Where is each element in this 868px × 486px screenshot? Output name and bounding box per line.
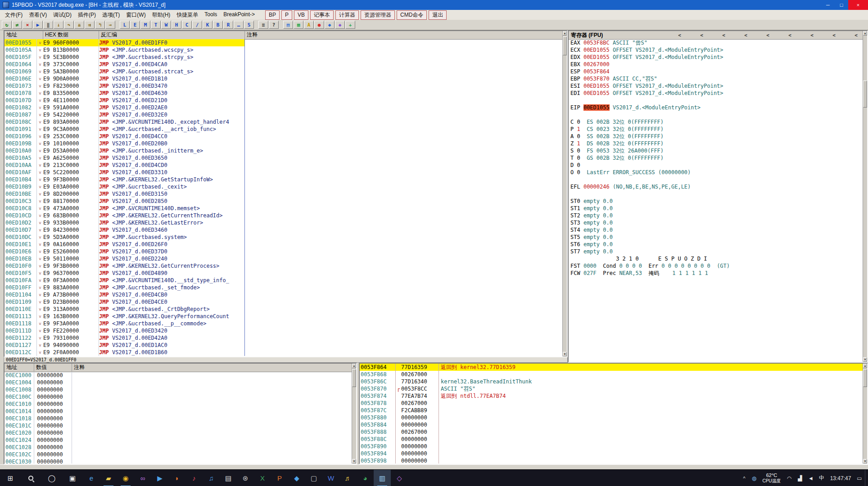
stack-row[interactable]: 0053F87477EA7B74返回到 ntdll.77EA7B74: [360, 392, 863, 400]
plugin-icon-5[interactable]: ◆: [325, 21, 335, 29]
dock-chevron-icon[interactable]: <: [757, 32, 779, 38]
disasm-row[interactable]: 00ED10AFvE9 5C220000JMP VS2017_d.00ED331…: [5, 169, 562, 176]
dump-row[interactable]: 00EC101400000000: [5, 408, 352, 415]
register-line[interactable]: C 0 ES 002B 32位 0(FFFFFFFF): [569, 118, 863, 126]
column-header-disasm[interactable]: 反汇编: [99, 31, 245, 39]
register-line[interactable]: EDI 00ED1055 OFFSET VS2017_d.<ModuleEntr…: [569, 90, 863, 97]
windows-button[interactable]: W: [161, 21, 171, 29]
scroll-up-icon[interactable]: ▲: [563, 31, 567, 36]
register-line[interactable]: [569, 176, 863, 183]
calculator-button[interactable]: 计算器: [335, 10, 359, 20]
exit-button[interactable]: 退出: [429, 10, 447, 20]
disasm-row[interactable]: 00ED1096vE9 253C0000JMP VS2017_d.00ED4CC…: [5, 133, 562, 140]
scroll-down-icon[interactable]: ▼: [352, 459, 356, 464]
column-header-hex[interactable]: HEX 数据: [43, 31, 99, 39]
disasm-row[interactable]: 00ED10B9vE9 E03A0000JMP <JMP.&ucrtbased.…: [5, 183, 562, 190]
scrollbar-thumb[interactable]: [563, 36, 567, 55]
memory-button[interactable]: M: [140, 21, 150, 29]
minimize-button[interactable]: ─: [821, 0, 835, 10]
disasm-row[interactable]: 00ED10C8vE9 473A0000JMP <JMP.&VCRUNTIME1…: [5, 205, 562, 212]
dock-chevron-icon[interactable]: <: [823, 32, 845, 38]
menu-item[interactable]: 插件(P): [75, 10, 99, 20]
disasm-row[interactable]: 00ED106EvE9 9D0A0000JMP VS2017_d.00ED1B1…: [5, 75, 562, 82]
disasm-row[interactable]: 00ED10C3vE9 88170000JMP VS2017_d.00ED285…: [5, 198, 562, 205]
stack-row[interactable]: 0053F88C00000000: [360, 436, 863, 443]
disasm-row[interactable]: 00ED10A5vE9 A6250000JMP VS2017_d.00ED365…: [5, 154, 562, 162]
register-line[interactable]: A 0 SS 002B 32位 0(FFFFFFFF): [569, 133, 863, 140]
register-line[interactable]: ST5 empty 0.0: [569, 234, 863, 241]
dump-row[interactable]: 00EC102400000000: [5, 436, 352, 444]
plugin-icon-4[interactable]: ●: [314, 21, 324, 29]
animate-over-icon[interactable]: ⇉: [85, 21, 95, 29]
disasm-row[interactable]: 00ED10DCvE9 5D3A0000JMP <JMP.&ucrtbased.…: [5, 234, 562, 241]
disasm-row[interactable]: 00ED10FAvE9 0F3A0000JMP <JMP.&VCRUNTIME1…: [5, 277, 562, 284]
restart-icon[interactable]: ↻: [2, 21, 12, 29]
scroll-up-icon[interactable]: ▲: [863, 31, 867, 36]
register-line[interactable]: D 0: [569, 162, 863, 169]
run-icon[interactable]: ▶: [33, 21, 43, 29]
stack-row[interactable]: 0053F88400000000: [360, 421, 863, 428]
disasm-row[interactable]: 00ED1122vE9 79310000JMP VS2017_d.00ED42A…: [5, 334, 562, 342]
attach-icon[interactable]: ⇄: [12, 21, 22, 29]
volume-icon[interactable]: ◄: [805, 475, 816, 482]
register-line[interactable]: ST0 empty 0.0: [569, 198, 863, 205]
stack-row[interactable]: 0053F87800267000: [360, 400, 863, 407]
disasm-row[interactable]: 00ED1109vE9 D23B0000JMP VS2017_d.00ED4CE…: [5, 298, 562, 306]
taskbar-cortana-button[interactable]: ◯: [41, 470, 62, 486]
threads-button[interactable]: T: [151, 21, 161, 29]
p-button[interactable]: P: [281, 10, 292, 20]
taskbar-notepad-button[interactable]: ▤: [220, 470, 237, 486]
disasm-row[interactable]: 00ED112CvE9 2F0A0000JMP VS2017_d.00ED1B6…: [5, 349, 562, 356]
close-icon[interactable]: ×: [23, 21, 32, 29]
plugin-icon-2[interactable]: ▦: [294, 21, 303, 29]
references-button[interactable]: R: [223, 21, 233, 29]
column-header-comment[interactable]: 注释: [72, 364, 356, 372]
action-center-icon[interactable]: ▭: [854, 475, 865, 482]
register-line[interactable]: ST6 empty 0.0: [569, 241, 863, 248]
taskbar-app-19-button[interactable]: ◇: [391, 470, 408, 486]
ime-icon[interactable]: 中: [816, 474, 827, 482]
register-line[interactable]: EBP 0053F870 ASCII CC,"苕S": [569, 75, 863, 82]
column-header-address[interactable]: 地址: [5, 31, 43, 39]
disasm-row[interactable]: 00ED1055vE9 960F0000JMP VS2017_d.00ED1FF…: [5, 39, 562, 46]
until-return-icon[interactable]: ↰: [95, 21, 105, 29]
cmd-button[interactable]: CMD命令: [397, 10, 427, 20]
disasm-row[interactable]: 00ED10E1vE9 0A160000JMP VS2017_d.00ED26F…: [5, 241, 562, 248]
register-line[interactable]: ECX 00ED1055 OFFSET VS2017_d.<ModuleEntr…: [569, 46, 863, 54]
executables-button[interactable]: E: [130, 21, 140, 29]
menu-item[interactable]: 查看(V): [26, 10, 50, 20]
disasm-row[interactable]: 00ED1078vE9 B3350000JMP VS2017_d.00ED463…: [5, 90, 562, 97]
register-line[interactable]: [569, 111, 863, 118]
column-header-comment[interactable]: 注释: [245, 31, 567, 39]
stack-row[interactable]: 0053F88800267000: [360, 428, 863, 436]
dump-row[interactable]: 00EC100C00000000: [5, 393, 352, 400]
disasm-row[interactable]: 00ED1104vE9 A73B0000JMP VS2017_d.00ED4CB…: [5, 291, 562, 298]
patches-button[interactable]: /: [192, 21, 202, 29]
register-line[interactable]: FCW 027F Prec NEAR,53 掩码 1 1 1 1 1 1: [569, 270, 863, 277]
options-icon[interactable]: ≡: [258, 21, 268, 29]
stack-row[interactable]: 0053F86800267000: [360, 371, 863, 378]
dump-row[interactable]: 00EC101000000000: [5, 400, 352, 408]
menu-item[interactable]: 快捷菜单: [173, 10, 201, 20]
register-line[interactable]: EIP 00ED1055 VS2017_d.<ModuleEntryPoint>: [569, 104, 863, 111]
disasm-row[interactable]: 00ED10A0vE9 D53A0000JMP <JMP.&ucrtbased.…: [5, 147, 562, 154]
scroll-down-icon[interactable]: ▼: [863, 459, 867, 464]
register-line[interactable]: S 0 FS 0053 32位 26A000(FFF): [569, 147, 863, 154]
taskbar-file-explorer-button[interactable]: ▰: [100, 470, 117, 486]
register-line[interactable]: ST1 empty 0.0: [569, 205, 863, 212]
disasm-row[interactable]: 00ED105FvE9 5E3B0000JMP <JMP.&ucrtbased.…: [5, 54, 562, 61]
dump-row[interactable]: 00EC102800000000: [5, 444, 352, 451]
log-button[interactable]: L: [120, 21, 130, 29]
column-header-value[interactable]: 数值: [34, 364, 72, 372]
call-stack-button[interactable]: K: [203, 21, 212, 29]
disasm-row[interactable]: 00ED10D2vE9 933B0000JMP <JMP.&KERNEL32.G…: [5, 219, 562, 226]
taskbar-edge-button[interactable]: e: [83, 470, 100, 486]
menu-item[interactable]: 选项(T): [99, 10, 123, 20]
taskbar-visual-studio-button[interactable]: ∞: [134, 470, 151, 486]
show-desktop-button[interactable]: [865, 470, 868, 486]
register-line[interactable]: ST3 empty 0.0: [569, 219, 863, 226]
disasm-row[interactable]: 00ED1082vE9 591A0000JMP VS2017_d.00ED2AE…: [5, 104, 562, 111]
taskbar-task-view-button[interactable]: ▣: [62, 470, 83, 486]
goto-icon[interactable]: →: [105, 21, 115, 29]
stack-scrollbar[interactable]: ▲ ▼: [863, 364, 867, 464]
